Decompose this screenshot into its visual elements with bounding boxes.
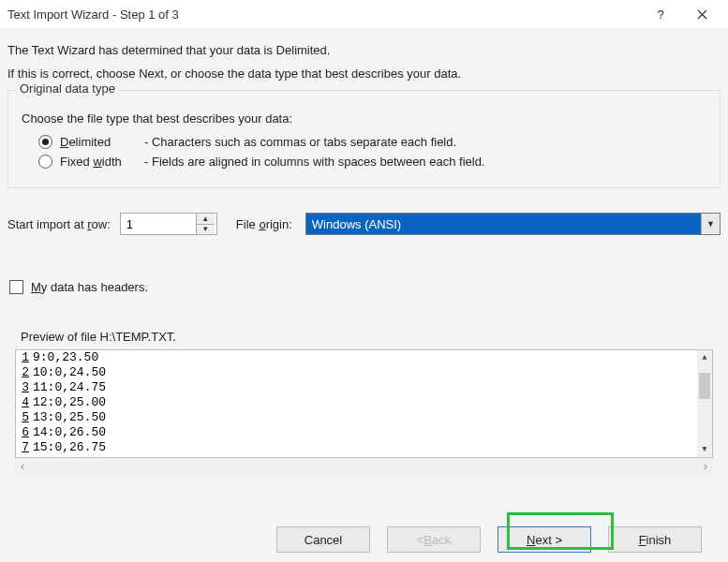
fixed-width-radio-row[interactable]: Fixed width - Fields are aligned in colu… — [38, 155, 710, 169]
line-number: 6 — [16, 425, 31, 440]
headers-checkbox-row[interactable]: My data has headers. — [9, 280, 721, 294]
scroll-thumb[interactable] — [699, 373, 710, 399]
delimited-desc: - Characters such as commas or tabs sepa… — [144, 135, 456, 149]
chevron-down-icon[interactable]: ▼ — [701, 214, 720, 234]
delimited-radio[interactable] — [38, 135, 52, 149]
preview-label: Preview of file H:\TEMP.TXT. — [21, 330, 721, 344]
intro-line-1: The Text Wizard has determined that your… — [7, 43, 721, 57]
headers-checkbox[interactable] — [9, 280, 23, 294]
cancel-button[interactable]: Cancel — [276, 526, 370, 553]
line-text: 9:0,23.50 — [31, 350, 98, 365]
scroll-down-icon[interactable]: ▼ — [697, 442, 712, 457]
file-origin-label: File origin: — [236, 217, 292, 231]
fixed-width-radio[interactable] — [38, 155, 52, 169]
preview-line: 715:0,26.75 — [16, 440, 712, 455]
titlebar: Text Import Wizard - Step 1 of 3 ? — [0, 0, 728, 28]
horizontal-scrollbar[interactable]: ‹ › — [15, 458, 713, 475]
line-number: 4 — [16, 395, 31, 410]
file-origin-select[interactable]: Windows (ANSI) ▼ — [305, 213, 721, 235]
original-data-type-group: Original data type Choose the file type … — [7, 90, 721, 188]
preview-line: 614:0,26.50 — [16, 425, 712, 440]
delimited-radio-row[interactable]: Delimited - Characters such as commas or… — [38, 135, 710, 149]
scroll-track[interactable] — [697, 365, 712, 442]
delimited-label: Delimited — [60, 135, 144, 149]
mid-row: Start import at row: ▲ ▼ File origin: Wi… — [7, 213, 721, 235]
close-button[interactable] — [681, 0, 722, 28]
preview-line: 513:0,25.50 — [16, 410, 712, 425]
wizard-window: Text Import Wizard - Step 1 of 3 ? The T… — [0, 0, 728, 562]
scroll-left-icon[interactable]: ‹ — [21, 460, 24, 473]
start-row-input[interactable] — [121, 214, 196, 234]
button-row: Cancel < Back Next > Finish — [276, 526, 702, 553]
close-icon — [697, 9, 707, 20]
window-title: Text Import Wizard - Step 1 of 3 — [7, 7, 640, 22]
preview-box: 19:0,23.50210:0,24.50311:0,24.75412:0,25… — [15, 349, 713, 458]
spinner-down-icon[interactable]: ▼ — [197, 224, 215, 235]
scroll-up-icon[interactable]: ▲ — [697, 350, 712, 365]
line-text: 11:0,24.75 — [31, 380, 106, 395]
finish-button[interactable]: Finish — [608, 526, 702, 553]
group-legend: Original data type — [16, 81, 119, 96]
choose-file-type-label: Choose the file type that best describes… — [22, 111, 710, 126]
line-text: 14:0,26.50 — [31, 425, 106, 440]
line-number: 7 — [16, 440, 31, 455]
vertical-scrollbar[interactable]: ▲ ▼ — [697, 350, 712, 457]
fixed-width-desc: - Fields are aligned in columns with spa… — [144, 155, 484, 169]
fixed-width-label: Fixed width — [60, 155, 144, 169]
line-text: 12:0,25.00 — [31, 395, 106, 410]
spinner-arrows: ▲ ▼ — [196, 214, 215, 234]
preview-line: 210:0,24.50 — [16, 365, 712, 380]
preview-line: 311:0,24.75 — [16, 380, 712, 395]
line-number: 2 — [16, 365, 31, 380]
line-text: 15:0,26.75 — [31, 440, 106, 455]
preview-line: 19:0,23.50 — [16, 350, 712, 365]
next-button[interactable]: Next > — [498, 526, 591, 553]
line-number: 5 — [16, 410, 31, 425]
line-number: 3 — [16, 380, 31, 395]
help-button[interactable]: ? — [640, 0, 681, 28]
line-text: 13:0,25.50 — [31, 410, 106, 425]
back-button: < Back — [387, 526, 481, 553]
start-row-label: Start import at row: — [7, 217, 111, 231]
content-area: The Text Wizard has determined that your… — [0, 28, 728, 475]
preview-line: 412:0,25.00 — [16, 395, 712, 410]
file-origin-selected: Windows (ANSI) — [306, 214, 701, 234]
scroll-right-icon[interactable]: › — [704, 460, 707, 473]
spinner-up-icon[interactable]: ▲ — [197, 214, 215, 224]
headers-label: My data has headers. — [31, 280, 148, 294]
radio-dot-icon — [42, 139, 49, 145]
start-row-spinner[interactable]: ▲ ▼ — [120, 213, 217, 235]
intro-line-2: If this is correct, choose Next, or choo… — [7, 67, 721, 81]
line-text: 10:0,24.50 — [31, 365, 106, 380]
preview-wrap: 19:0,23.50210:0,24.50311:0,24.75412:0,25… — [15, 349, 713, 458]
line-number: 1 — [16, 350, 31, 365]
